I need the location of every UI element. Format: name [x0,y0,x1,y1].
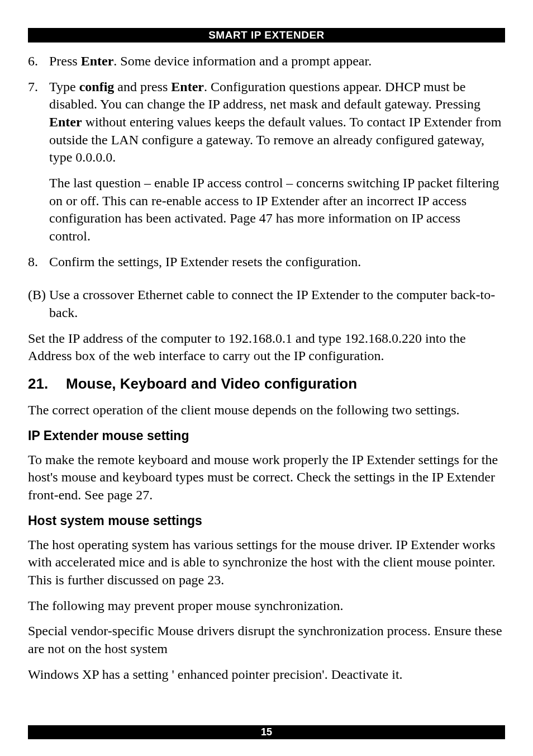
bold-text: config [79,79,115,94]
list-item-7: 7. Type config and press Enter. Configur… [28,78,505,245]
paragraph: To make the remote keyboard and mouse wo… [28,451,505,504]
bold-text: Enter [81,54,114,68]
text: and press [114,79,171,94]
subsection-heading: IP Extender mouse setting [28,428,505,443]
bold-text: Enter [171,79,204,94]
paragraph: The host operating system has various se… [28,536,505,589]
bold-text: Enter [49,115,82,129]
list-body: Confirm the settings, IP Extender resets… [49,253,505,271]
page-header-bar: SMART IP EXTENDER [28,28,505,42]
paragraph: Set the IP address of the computer to 19… [28,330,505,365]
list-body: Type config and press Enter. Configurati… [49,78,505,245]
list-number: 6. [28,53,49,70]
text: Type [49,79,79,94]
text: . Some device information and a prompt a… [113,54,372,68]
list-number: 8. [28,253,49,271]
paragraph: Special vendor-specific Mouse drivers di… [28,622,505,658]
text: Press [49,54,81,68]
page-footer-bar: 15 [28,725,505,739]
sub-paragraph: The last question – enable IP access con… [49,174,505,245]
text: Confirm the settings, IP Extender resets… [49,254,361,269]
list-body: Press Enter. Some device information and… [49,53,505,70]
section-heading: 21. Mouse, Keyboard and Video configurat… [28,375,505,393]
section-number: 21. [28,375,66,393]
subsection-heading: Host system mouse settings [28,513,505,528]
list-item-8: 8. Confirm the settings, IP Extender res… [28,253,505,271]
list-item-6: 6. Press Enter. Some device information … [28,53,505,70]
paragraph: The following may prevent proper mouse s… [28,597,505,615]
list-number: 7. [28,78,49,245]
text: without entering values keeps the defaul… [49,115,501,164]
option-b-item: (B) Use a crossover Ethernet cable to co… [28,286,505,322]
section-title: Mouse, Keyboard and Video configuration [66,375,357,393]
paragraph: Windows XP has a setting ' enhanced poin… [28,666,505,684]
paragraph: The correct operation of the client mous… [28,401,505,419]
